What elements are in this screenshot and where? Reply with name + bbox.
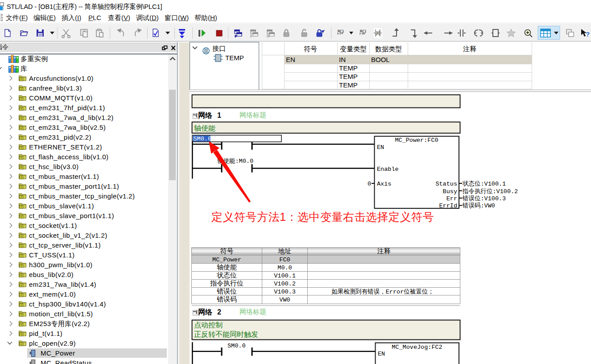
svg-text:Status: Status [435, 181, 457, 187]
svg-text:0: 0 [368, 181, 371, 187]
svg-text:1: 1 [217, 112, 221, 119]
svg-text:V100.1: V100.1 [274, 273, 296, 279]
svg-text:SM0.0: SM0.0 [227, 343, 246, 349]
svg-text:点动控制: 点动控制 [194, 321, 223, 329]
svg-text:指令执行位: 指令执行位 [210, 279, 244, 287]
svg-text:Enable: Enable [377, 166, 399, 173]
svg-text:MC_Power: MC_Power [212, 256, 241, 263]
svg-text:网络标题: 网络标题 [240, 111, 266, 119]
svg-text:正反转不能同时触发: 正反转不能同时触发 [194, 331, 258, 338]
svg-text:EN: EN [378, 351, 385, 357]
svg-text:注释: 注释 [377, 247, 391, 255]
svg-text:轴使能: 轴使能 [194, 124, 215, 132]
svg-text:SM0.0: SM0.0 [194, 136, 212, 142]
svg-text:轴使能: 轴使能 [217, 263, 237, 271]
svg-text:FC0: FC0 [279, 256, 290, 263]
svg-text:网络: 网络 [198, 112, 213, 119]
svg-text:错误位:V100.3: 错误位:V100.3 [462, 195, 506, 202]
svg-text:状态位: 状态位 [216, 271, 237, 279]
svg-text:N: N [376, 30, 380, 37]
svg-text:错误码:VW0: 错误码:VW0 [462, 202, 495, 209]
svg-text:MC_MoveJog:FC2: MC_MoveJog:FC2 [392, 344, 442, 351]
svg-text:Err: Err [446, 195, 457, 202]
svg-text:V100.3: V100.3 [274, 289, 296, 295]
svg-text:EN: EN [377, 144, 384, 151]
svg-text:V100.2: V100.2 [274, 281, 296, 287]
svg-text:错误位: 错误位 [217, 287, 237, 295]
svg-text:Axis: Axis [377, 181, 391, 187]
svg-text:指令执行位:V100.2: 指令执行位:V100.2 [462, 188, 518, 195]
svg-text:如果检测到有错误，Error位被置位；: 如果检测到有错误，Error位被置位； [331, 288, 434, 295]
svg-text:错误码: 错误码 [217, 295, 237, 303]
svg-text:2: 2 [217, 308, 221, 316]
svg-text:符号: 符号 [220, 247, 234, 255]
svg-text:Busy: Busy [443, 188, 457, 195]
svg-text:网络标题: 网络标题 [240, 308, 266, 315]
svg-text:M0.0: M0.0 [277, 265, 292, 271]
svg-text:ErrId: ErrId [439, 203, 457, 209]
svg-text:地址: 地址 [278, 247, 292, 255]
svg-text:MC_Power:FC0: MC_Power:FC0 [395, 137, 438, 144]
svg-text:VW0: VW0 [279, 297, 290, 303]
svg-text:状态位:V100.1: 状态位:V100.1 [462, 180, 506, 187]
svg-text:网络: 网络 [198, 308, 213, 316]
svg-text:?: ? [586, 30, 590, 38]
svg-text:定义符号方法1：选中变量右击选择定义符号: 定义符号方法1：选中变量右击选择定义符号 [211, 211, 434, 223]
